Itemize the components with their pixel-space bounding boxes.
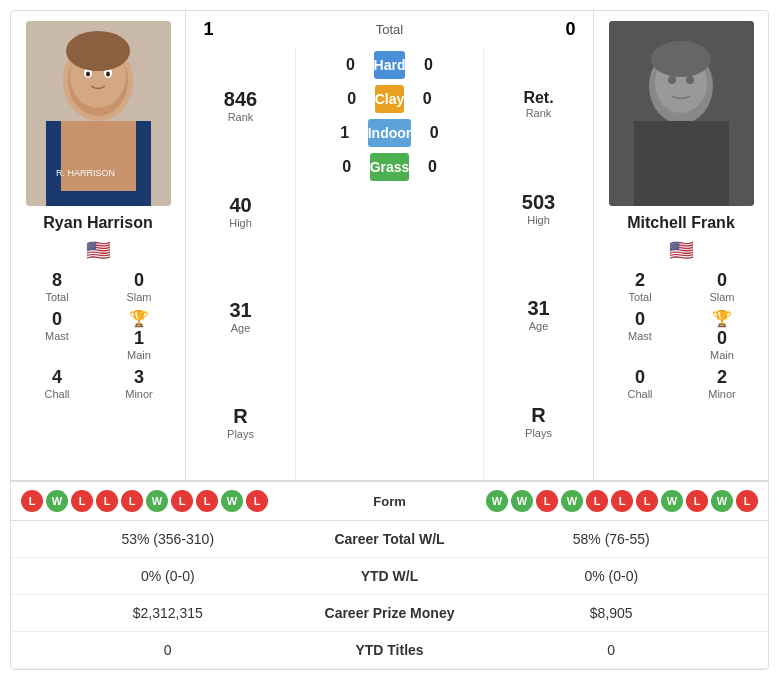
player2-minor-label: Minor xyxy=(686,388,758,400)
p1-high-block: 40 High xyxy=(229,194,252,229)
form-badge: L xyxy=(636,490,658,512)
player1-mast-label: Mast xyxy=(21,330,93,342)
stats-left-value: $2,312,315 xyxy=(26,605,310,621)
middle-section: 1 Total 0 846 Rank 40 High xyxy=(186,11,593,480)
svg-point-16 xyxy=(668,76,676,84)
form-badge: W xyxy=(711,490,733,512)
stats-right-value: 0% (0-0) xyxy=(470,568,754,584)
player2-mast-label: Mast xyxy=(604,330,676,342)
stats-row: 53% (356-310)Career Total W/L58% (76-55) xyxy=(11,521,768,558)
player2-stats-grid: 2 Total 0 Slam 0 Mast 🏆 0 Main 0 xyxy=(599,270,763,400)
grass-score-left: 0 xyxy=(332,158,362,176)
stats-left-value: 0 xyxy=(26,642,310,658)
form-label: Form xyxy=(330,494,450,509)
player1-form: LWLLLWLLWL xyxy=(21,490,330,512)
form-section: LWLLLWLLWL Form WWLWLLLWLWL xyxy=(11,481,768,520)
p1-rank-value: 846 xyxy=(224,88,257,111)
trophy-icon: 🏆 xyxy=(103,309,175,328)
stats-row: $2,312,315Career Prize Money$8,905 xyxy=(11,595,768,632)
grass-row: 0 Grass 0 xyxy=(332,153,448,181)
player1-minor-cell: 3 Minor xyxy=(103,367,175,400)
form-badge: L xyxy=(536,490,558,512)
player1-chall-label: Chall xyxy=(21,388,93,400)
form-badge: W xyxy=(486,490,508,512)
player2-chall-label: Chall xyxy=(604,388,676,400)
p2-rank-block: Ret. Rank xyxy=(523,89,553,119)
p2-plays-label: Plays xyxy=(525,427,552,439)
player2-mast-cell: 0 Mast xyxy=(604,309,676,361)
middle-inner: 846 Rank 40 High 31 Age R Plays xyxy=(186,48,593,480)
svg-point-8 xyxy=(86,72,90,77)
svg-point-17 xyxy=(686,76,694,84)
svg-point-9 xyxy=(106,72,110,77)
p1-age-label: Age xyxy=(229,322,251,334)
form-badge: W xyxy=(221,490,243,512)
clay-button[interactable]: Clay xyxy=(375,85,405,113)
total-label: Total xyxy=(376,22,403,37)
p1-age-block: 31 Age xyxy=(229,299,251,334)
player1-panel: R. HARRISON Ryan Harrison 🇺🇸 8 Total 0 S… xyxy=(11,11,186,480)
player1-stats-grid: 8 Total 0 Slam 0 Mast 🏆 1 Main 4 xyxy=(16,270,180,400)
player1-name: Ryan Harrison xyxy=(43,214,152,232)
form-badge: W xyxy=(511,490,533,512)
player1-total-value: 8 xyxy=(21,270,93,291)
player1-trophy-cell: 🏆 1 Main xyxy=(103,309,175,361)
hard-score-left: 0 xyxy=(336,56,366,74)
stats-right-value: 58% (76-55) xyxy=(470,531,754,547)
player1-chall-value: 4 xyxy=(21,367,93,388)
form-badge: L xyxy=(96,490,118,512)
hard-button[interactable]: Hard xyxy=(374,51,406,79)
player2-minor-value: 2 xyxy=(686,367,758,388)
form-badge: L xyxy=(121,490,143,512)
player1-slam-value: 0 xyxy=(103,270,175,291)
form-badge: L xyxy=(611,490,633,512)
player1-minor-label: Minor xyxy=(103,388,175,400)
form-badge: W xyxy=(561,490,583,512)
p2-plays-value: R xyxy=(525,404,552,427)
players-section: R. HARRISON Ryan Harrison 🇺🇸 8 Total 0 S… xyxy=(11,11,768,481)
player1-mast-value: 0 xyxy=(21,309,93,330)
indoor-button[interactable]: Indoor xyxy=(368,119,412,147)
stats-right-value: 0 xyxy=(470,642,754,658)
player2-trophy-cell: 🏆 0 Main xyxy=(686,309,758,361)
player1-main-label: Main xyxy=(103,349,175,361)
svg-rect-4 xyxy=(61,121,136,191)
hard-score-right: 0 xyxy=(413,56,443,74)
form-badge: L xyxy=(196,490,218,512)
grass-button[interactable]: Grass xyxy=(370,153,410,181)
stats-left-value: 53% (356-310) xyxy=(26,531,310,547)
player2-slam-value: 0 xyxy=(686,270,758,291)
player1-slam-cell: 0 Slam xyxy=(103,270,175,303)
player1-minor-value: 3 xyxy=(103,367,175,388)
player2-chall-value: 0 xyxy=(604,367,676,388)
player1-total-label: Total xyxy=(21,291,93,303)
svg-rect-14 xyxy=(634,121,729,206)
player2-chall-cell: 0 Chall xyxy=(604,367,676,400)
player2-form: WWLWLLLWLWL xyxy=(450,490,759,512)
clay-score-left: 0 xyxy=(337,90,367,108)
p2-rank-label: Rank xyxy=(523,107,553,119)
total-row: 1 Total 0 xyxy=(186,11,593,48)
surfaces-center: 0 Hard 0 0 Clay 0 1 Indoor 0 xyxy=(296,48,483,480)
clay-score-right: 0 xyxy=(412,90,442,108)
p2-age-value: 31 xyxy=(527,297,549,320)
total-score-right: 0 xyxy=(558,19,583,40)
player2-slam-label: Slam xyxy=(686,291,758,303)
player1-mid-stats: 846 Rank 40 High 31 Age R Plays xyxy=(186,48,296,480)
p1-plays-block: R Plays xyxy=(227,405,254,440)
indoor-row: 1 Indoor 0 xyxy=(330,119,450,147)
stats-center-label: YTD Titles xyxy=(310,642,470,658)
p2-high-block: 503 High xyxy=(522,191,555,226)
trophy2-icon: 🏆 xyxy=(686,309,758,328)
player2-name: Mitchell Frank xyxy=(627,214,735,232)
svg-text:R. HARRISON: R. HARRISON xyxy=(56,168,115,178)
p2-plays-block: R Plays xyxy=(525,404,552,439)
p1-rank-block: 846 Rank xyxy=(224,88,257,123)
stats-row: 0% (0-0)YTD W/L0% (0-0) xyxy=(11,558,768,595)
stats-left-value: 0% (0-0) xyxy=(26,568,310,584)
player1-slam-label: Slam xyxy=(103,291,175,303)
player2-main-label: Main xyxy=(686,349,758,361)
player2-mid-stats: Ret. Rank 503 High 31 Age R Plays xyxy=(483,48,593,480)
player2-total-cell: 2 Total xyxy=(604,270,676,303)
stats-center-label: Career Total W/L xyxy=(310,531,470,547)
